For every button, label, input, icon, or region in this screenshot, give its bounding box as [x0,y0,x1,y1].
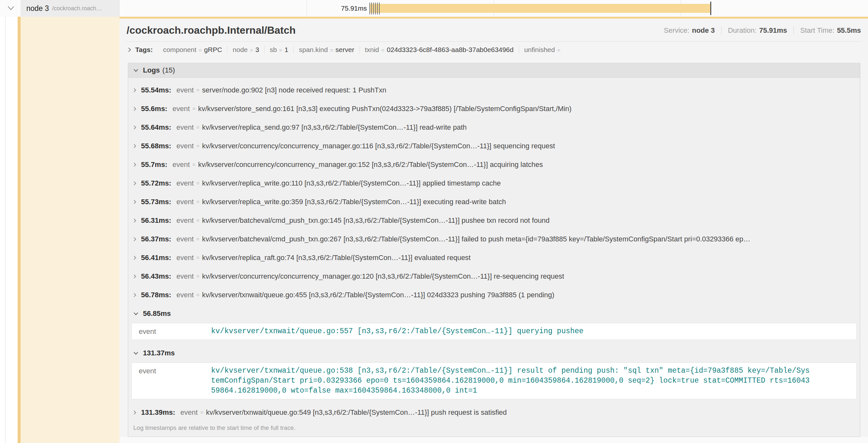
chevron-right-icon [133,106,136,111]
tag-value: gRPC [204,46,222,54]
chevron-down-icon [133,69,138,72]
chevron-right-icon [133,218,136,223]
tag-item[interactable]: unfinished = [519,46,568,54]
log-row[interactable]: 56.31ms: event = kv/kvserver/batcheval/c… [128,211,860,230]
log-key: event [139,327,211,336]
log-expanded-header[interactable]: 131.37ms [128,344,860,363]
log-timestamp: 56.41ms: [141,253,171,262]
equals-sign: = [196,199,199,205]
timeline-viewport[interactable]: 75.91ms [120,0,868,17]
log-key: event [176,216,194,225]
log-marker [369,3,370,14]
span-tree-column [21,17,120,443]
tag-value: 1 [285,46,288,54]
log-row[interactable]: 55.64ms: event = kv/kvserver/replica_sen… [128,118,860,137]
log-key: event [176,142,194,150]
chevron-right-icon [133,293,136,298]
chevron-down-icon [133,312,138,315]
tags-row: Tags: component = gRPC node = 3 sb = 1 s… [120,42,868,58]
equals-sign: = [196,124,199,131]
span-bar[interactable] [370,4,711,13]
chevron-right-icon [133,162,136,167]
left-gutter-divider [5,0,5,443]
span-name-cell[interactable]: node 3 /cockroach.roach… [21,0,120,17]
tag-key: sb [270,46,277,54]
log-row[interactable]: 131.39ms: event = kv/kvserver/txnwait/qu… [128,403,860,422]
tag-item[interactable]: node = 3 [227,46,264,54]
equals-sign: = [198,47,202,54]
log-message: kv/kvserver/txnwait/queue.go:549 [n3,s3,… [206,408,506,417]
log-key: event [176,123,194,132]
log-row[interactable]: 56.78ms: event = kv/kvserver/txnwait/que… [128,286,860,304]
chevron-right-icon [133,410,136,415]
tags-toggle[interactable]: Tags: [128,46,158,54]
tag-key: component [163,46,196,54]
log-message: kv/kvserver/replica_raft.go:74 [n3,s3,r6… [202,253,471,262]
log-detail-table: event kv/kvserver/txnwait/queue.go:557 [… [131,323,857,340]
log-marker [375,3,376,14]
log-row[interactable]: 56.43ms: event = kv/kvserver/concurrency… [128,267,860,286]
log-message: kv/kvserver/concurrency/concurrency_mana… [202,272,564,280]
log-key: event [176,291,194,299]
log-key: event [176,253,194,262]
tag-item[interactable]: span.kind = server [293,46,359,54]
log-timestamp: 131.37ms [143,349,175,357]
equals-sign: = [196,273,199,280]
chevron-right-icon [128,47,131,53]
span-detail-panel: /cockroach.roachpb.Internal/Batch Servic… [120,17,868,443]
tag-key: node [232,46,248,54]
meta-value: 75.91ms [759,26,787,35]
log-expanded-header[interactable]: 56.85ms [128,304,860,323]
log-message: kv/kvserver/batcheval/cmd_push_txn.go:26… [202,235,750,243]
log-row[interactable]: 55.6ms: event = kv/kvserver/store_send.g… [128,100,860,118]
equals-sign: = [250,47,253,54]
log-row[interactable]: 55.73ms: event = kv/kvserver/replica_wri… [128,193,860,211]
tag-item[interactable]: component = gRPC [158,46,227,54]
tag-item[interactable]: txnid = 024d3323-6c8f-4863-aa8b-37ab0e63… [360,46,519,54]
chevron-right-icon [133,199,136,204]
chevron-down-icon [133,351,138,355]
log-timestamp: 56.31ms: [141,216,171,225]
log-row[interactable]: 56.37ms: event = kv/kvserver/batcheval/c… [128,230,860,248]
equals-sign: = [196,87,199,94]
span-detail-header: /cockroach.roachpb.Internal/Batch Servic… [120,19,868,36]
meta-start-time: Start Time: 55.5ms [794,26,861,35]
chevron-down-icon[interactable] [7,5,15,11]
log-message: kv/kvserver/replica_send.go:97 [n3,s3,r6… [202,123,467,132]
equals-sign: = [196,292,199,298]
meta-value: 55.5ms [837,26,861,35]
chevron-right-icon [133,237,136,242]
log-timestamp: 55.64ms: [141,123,171,132]
tag-item[interactable]: sb = 1 [265,46,293,54]
log-marker-end [710,2,711,15]
log-row[interactable]: 55.68ms: event = kv/kvserver/concurrency… [128,137,860,156]
log-row[interactable]: 56.41ms: event = kv/kvserver/replica_raf… [128,248,860,267]
log-row[interactable]: 55.54ms: event = server/node.go:902 [n3]… [128,81,860,100]
log-message: kv/kvserver/concurrency/concurrency_mana… [202,142,555,150]
logs-title: Logs [143,66,160,74]
log-key: event [176,272,194,280]
log-timestamp: 131.39ms: [141,408,175,417]
log-key: event [176,235,194,243]
log-key: event [176,198,194,206]
tag-value: 024d3323-6c8f-4863-aa8b-37ab0e63496d [387,46,514,54]
log-value: kv/kvserver/txnwait/queue.go:557 [n3,s3,… [211,327,583,336]
equals-sign: = [192,162,196,168]
log-row[interactable]: 55.7ms: event = kv/kvserver/concurrency/… [128,156,860,174]
meta-duration: Duration: 75.91ms [721,26,787,35]
span-color-accent-bar [18,0,21,443]
log-marker [373,3,374,14]
log-message: kv/kvserver/txnwait/queue.go:455 [n3,s3,… [202,291,555,299]
logs-header[interactable]: Logs (15) [128,63,860,78]
tag-key: unfinished [524,46,555,54]
log-row[interactable]: 55.72ms: event = kv/kvserver/replica_wri… [128,174,860,193]
span-detail-title: /cockroach.roachpb.Internal/Batch [127,24,296,36]
log-key: event [173,161,190,169]
logs-section: Logs (15) 55.54ms: event = server/node.g… [128,63,860,437]
equals-sign: = [196,143,199,149]
log-timestamp: 56.43ms: [141,272,171,280]
chevron-right-icon [133,255,136,260]
log-timestamp: 55.54ms: [141,86,171,94]
log-message: server/node.go:902 [n3] node received re… [202,86,386,94]
equals-sign: = [279,47,282,54]
